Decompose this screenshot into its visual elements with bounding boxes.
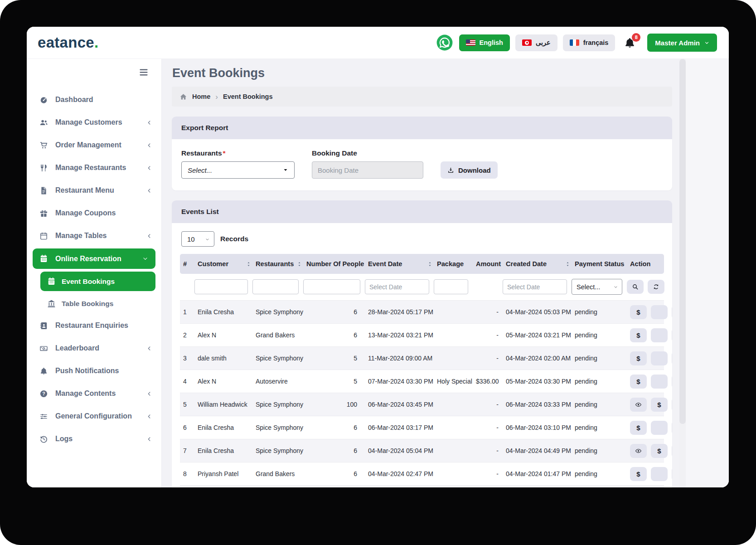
payment-action-button[interactable]: $: [630, 328, 647, 342]
edit-action-button[interactable]: [651, 305, 668, 319]
cell-created-date: 04-Mar-2024 05:03 PM: [503, 301, 572, 324]
chevron-left-icon: [146, 436, 152, 442]
filter-date-created-date[interactable]: [503, 279, 567, 294]
booking-date-input[interactable]: [312, 161, 423, 179]
clipped-action-button[interactable]: [672, 351, 672, 365]
sidebar-item-general-configuration[interactable]: General Configuration: [27, 405, 161, 428]
payment-action-button[interactable]: $: [630, 375, 647, 389]
column-header-restaurants[interactable]: Restaurants: [252, 254, 303, 274]
brand-name: eatance: [38, 34, 94, 51]
cell-num: 3: [180, 347, 194, 370]
sidebar-subitem-table-bookings[interactable]: Table Bookings: [40, 294, 155, 313]
eye-action-button[interactable]: [630, 398, 647, 412]
reset-button[interactable]: [648, 280, 664, 294]
clipped-action-button[interactable]: [672, 444, 672, 458]
clipped-action-button[interactable]: [672, 305, 672, 319]
sidebar-item-manage-tables[interactable]: Manage Tables: [27, 224, 161, 247]
topbar-controls: Englishعربىfrançais 8 Master Admin: [436, 34, 717, 52]
cell-actions: $: [627, 439, 664, 462]
filter-select-payment-status[interactable]: Select...: [572, 279, 622, 295]
sidebar-item-online-reservation[interactable]: Online Reservation: [33, 248, 155, 269]
filter-input-customer[interactable]: [194, 279, 248, 294]
sidebar-item-label: Restaurant Enquiries: [55, 321, 128, 330]
payment-action-button[interactable]: $: [630, 467, 647, 481]
records-label: Records: [220, 235, 248, 243]
column-header-payment-status[interactable]: Payment Status: [572, 254, 627, 274]
breadcrumb-home-link[interactable]: Home: [192, 93, 210, 100]
column-header-event-date[interactable]: Event Date: [365, 254, 434, 274]
sidebar-item-dashboard[interactable]: Dashboard: [27, 88, 161, 111]
language-button-us[interactable]: English: [459, 34, 510, 51]
filter-date-event-date[interactable]: [365, 279, 429, 294]
cell-created-date: 06-Mar-2024 03:33 PM: [503, 393, 572, 416]
sidebar-item-manage-customers[interactable]: Manage Customers: [27, 111, 161, 134]
sidebar-item-manage-coupons[interactable]: Manage Coupons: [27, 202, 161, 224]
cell-people: 100: [303, 393, 365, 416]
clipped-action-button[interactable]: [672, 375, 672, 389]
sidebar-item-restaurant-enquiries[interactable]: Restaurant Enquiries: [27, 314, 161, 337]
clipped-action-button[interactable]: [672, 421, 672, 435]
cell-num: 2: [180, 324, 194, 347]
dashboard-icon: [39, 95, 48, 105]
column-header-action: Action: [627, 254, 664, 274]
payment-action-button[interactable]: $: [630, 421, 647, 435]
clipped-action-button[interactable]: [672, 467, 672, 481]
edit-action-button[interactable]: [651, 375, 668, 389]
column-header-created-date[interactable]: Created Date: [503, 254, 572, 274]
clipped-action-button[interactable]: [672, 328, 672, 342]
sidebar-item-restaurant-menu[interactable]: Restaurant Menu: [27, 179, 161, 202]
users-icon: [39, 118, 48, 127]
cell-event-date: 07-Mar-2024 03:30 PM: [365, 370, 434, 393]
download-label: Download: [458, 166, 491, 174]
column-header-customer[interactable]: Customer: [194, 254, 252, 274]
language-button-tn[interactable]: عربى: [515, 34, 557, 51]
language-button-fr[interactable]: français: [563, 34, 615, 51]
scrollbar-track[interactable]: [679, 59, 686, 487]
cell-event-date: 28-Mar-2024 05:17 PM: [365, 301, 434, 324]
sidebar-item-manage-restaurants[interactable]: Manage Restaurants: [27, 156, 161, 179]
payment-action-button[interactable]: $: [630, 351, 647, 365]
whatsapp-icon[interactable]: [436, 34, 453, 51]
cell-num: 1: [180, 301, 194, 324]
edit-action-button[interactable]: [651, 421, 668, 435]
column-header-number-of-people[interactable]: Number Of People: [303, 254, 365, 274]
account-menu-button[interactable]: Master Admin: [647, 34, 717, 52]
records-per-page-select[interactable]: 10: [181, 231, 214, 247]
filter-input-number-of-people[interactable]: [303, 279, 360, 294]
cell-created-date: 04-Mar-2024 04:49 PM: [503, 439, 572, 462]
cell-num: 7: [180, 439, 194, 462]
edit-action-button[interactable]: [651, 328, 668, 342]
column-label: Restaurants: [256, 260, 294, 268]
clipped-action-button[interactable]: [672, 398, 672, 412]
filter-input-package[interactable]: [434, 279, 468, 294]
sidebar-subitem-event-bookings[interactable]: Event Bookings: [40, 272, 155, 291]
sidebar-item-leaderboard[interactable]: Leaderboard: [27, 337, 161, 360]
edit-action-button[interactable]: [651, 467, 668, 481]
edit-icon: [656, 378, 663, 385]
edit-action-button[interactable]: [651, 351, 668, 365]
filter-input-restaurants[interactable]: [252, 279, 299, 294]
tn-flag-icon: [522, 39, 532, 46]
restaurants-select[interactable]: Select...: [181, 161, 295, 179]
payment-action-button[interactable]: $: [651, 444, 668, 458]
payment-action-button[interactable]: $: [651, 398, 668, 412]
brand-logo[interactable]: eatance.: [38, 34, 98, 51]
cell-actions: $: [627, 370, 664, 393]
us-flag-icon: [466, 39, 475, 46]
edit-icon: [656, 424, 663, 431]
search-button[interactable]: [627, 280, 644, 294]
sidebar-item-push-notifications[interactable]: Push Notifications: [27, 360, 161, 382]
sidebar-item-order-management[interactable]: Order Management: [27, 134, 161, 156]
sidebar-toggle-button[interactable]: [27, 63, 161, 79]
cell-payment-status: pending: [572, 462, 627, 486]
eye-action-button[interactable]: [630, 444, 647, 458]
payment-action-button[interactable]: $: [630, 305, 647, 319]
scrollbar-thumb[interactable]: [679, 59, 686, 424]
column-header-package: Package: [434, 254, 473, 274]
cell-event-date: 06-Mar-2024 03:17 PM: [365, 416, 434, 439]
sidebar-item-manage-contents[interactable]: ?Manage Contents: [27, 382, 161, 405]
notifications-bell[interactable]: 8: [624, 37, 636, 49]
download-button[interactable]: Download: [441, 161, 498, 179]
sidebar-item-logs[interactable]: Logs: [27, 428, 161, 450]
address-book-icon: [39, 321, 48, 331]
